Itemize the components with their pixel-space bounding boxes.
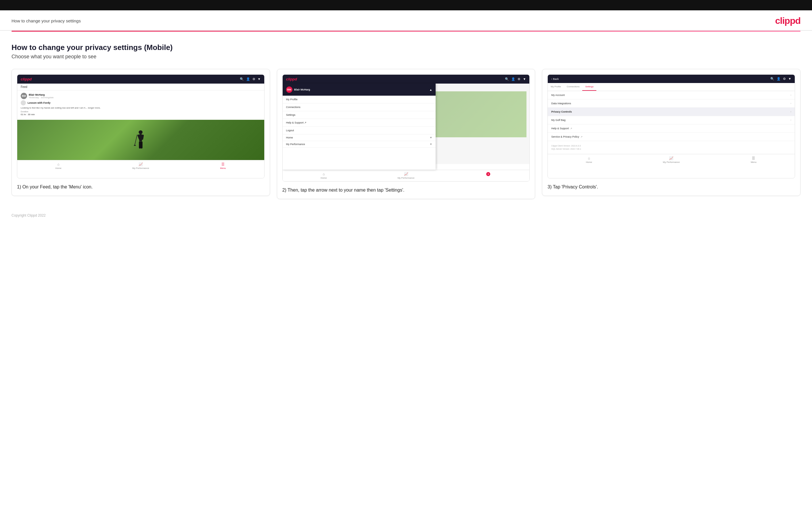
- menu-item-myprofile[interactable]: My Profile: [283, 96, 436, 103]
- settings-item-mygolfbag[interactable]: My Golf Bag ›: [548, 116, 795, 124]
- lesson-row: Lesson with Fordy: [21, 100, 261, 105]
- menu-icon: ☰: [221, 162, 224, 166]
- step3-tab-performance[interactable]: 📈 My Performance: [630, 155, 712, 164]
- step3-tab-home[interactable]: ⌂ Home: [548, 155, 630, 164]
- step3-tab-home-label: Home: [586, 161, 592, 163]
- step1-screen: clippd 🔍 👤 ⚙ ▼ Feed BM: [17, 75, 264, 178]
- step2-instruction: 2) Then, tap the arrow next to your name…: [283, 187, 530, 193]
- step2-tab-home-label: Home: [320, 177, 326, 179]
- version-info: Clippd Client Version: 2022.8.3-3 GQL Se…: [548, 141, 795, 154]
- tab-home-label: Home: [55, 167, 61, 169]
- header: How to change your privacy settings clip…: [0, 10, 812, 31]
- step1-instruction: 1) On your Feed, tap the 'Menu' icon.: [17, 183, 264, 190]
- step2-card: clippd 🔍 👤 ⚙ ▼ Feed content...: [277, 69, 536, 199]
- step1-appbar: clippd 🔍 👤 ⚙ ▼: [17, 75, 264, 83]
- svg-rect-4: [139, 141, 141, 149]
- svg-rect-7: [134, 145, 136, 146]
- copyright: Copyright Clippd 2022: [11, 213, 46, 217]
- step2-menu-panel: BM Blair McHarg ▲ My Profile Connections…: [283, 83, 436, 170]
- chevron-right-icon2: ›: [791, 102, 791, 105]
- top-bar: [0, 0, 812, 10]
- settings-icon[interactable]: ⚙: [252, 77, 255, 81]
- settings-item-myaccount[interactable]: My Account ›: [548, 91, 795, 99]
- back-button[interactable]: ‹ Back: [551, 77, 559, 80]
- search-icon3[interactable]: 🔍: [770, 77, 774, 81]
- step3-screen: ‹ Back 🔍 👤 ⚙ ▼ My Profile Conne: [548, 75, 795, 178]
- tab-performance[interactable]: 📈 My Performance: [100, 161, 182, 170]
- menu-section-home[interactable]: Home ▼: [283, 134, 436, 141]
- more-icon2[interactable]: ▼: [523, 77, 526, 81]
- step2-tab-performance-label: My Performance: [398, 177, 415, 179]
- step3-icons: 🔍 👤 ⚙ ▼: [770, 77, 791, 81]
- menu-item-helpsupport[interactable]: Help & Support ↗: [283, 119, 436, 127]
- settings-icon3[interactable]: ⚙: [783, 77, 786, 81]
- settings-tabs: My Profile Connections Settings: [548, 83, 795, 91]
- step1-tabbar: ⌂ Home 📈 My Performance ☰ Menu: [17, 160, 264, 171]
- duration-label: Duration: [21, 111, 261, 113]
- tab-connections[interactable]: Connections: [564, 83, 582, 91]
- tab-settings[interactable]: Settings: [582, 83, 596, 91]
- tab-home[interactable]: ⌂ Home: [17, 161, 100, 170]
- version-client: Clippd Client Version: 2022.8.3-3: [551, 145, 791, 148]
- tab-performance-label: My Performance: [132, 167, 149, 169]
- profile-icon3[interactable]: 👤: [777, 77, 781, 81]
- helpsupport-label: Help & Support ↗: [551, 127, 572, 130]
- settings-icon2[interactable]: ⚙: [517, 77, 520, 81]
- logo: clippd: [775, 15, 801, 26]
- menu-user-row[interactable]: BM Blair McHarg ▲: [283, 83, 436, 96]
- duration-value: 01 hr : 30 min: [21, 113, 261, 116]
- search-icon[interactable]: 🔍: [240, 77, 244, 81]
- more-icon3[interactable]: ▼: [788, 77, 791, 81]
- settings-item-serviceprivacy[interactable]: Service & Privacy Policy ↗: [548, 133, 795, 141]
- tab-menu[interactable]: ☰ Menu: [182, 161, 264, 170]
- golf-image: [17, 120, 264, 160]
- post-meta: Blair McHarg Yesterday · Sunningdale: [29, 93, 53, 99]
- menu-item-logout[interactable]: Logout: [283, 127, 436, 134]
- post-date: Yesterday · Sunningdale: [29, 96, 53, 99]
- step2-logo: clippd: [286, 77, 297, 81]
- menu-item-connections[interactable]: Connections: [283, 103, 436, 111]
- lesson-title: Lesson with Fordy: [28, 101, 51, 104]
- home-icon: ⌂: [57, 162, 59, 166]
- performance-icon3: 📈: [669, 156, 673, 160]
- step2-tab-close[interactable]: ✕: [447, 171, 529, 180]
- more-icon[interactable]: ▼: [258, 77, 261, 81]
- profile-icon2[interactable]: 👤: [511, 77, 515, 81]
- profile-icon[interactable]: 👤: [246, 77, 250, 81]
- step1-mockup: clippd 🔍 👤 ⚙ ▼ Feed BM: [17, 74, 264, 178]
- settings-item-dataintegrations[interactable]: Data Integrations ›: [548, 99, 795, 108]
- back-arrow-icon: ‹: [551, 77, 552, 80]
- menu-section-home-label: Home: [286, 136, 293, 139]
- step1-logo: clippd: [21, 77, 32, 81]
- feed-bar: Feed: [17, 83, 264, 91]
- tab-myprofile[interactable]: My Profile: [548, 83, 564, 91]
- step2-tab-performance[interactable]: 📈 My Performance: [365, 171, 447, 180]
- close-icon: ✕: [486, 172, 490, 176]
- step3-tab-menu[interactable]: ☰ Menu: [712, 155, 795, 164]
- search-icon2[interactable]: 🔍: [505, 77, 509, 81]
- menu-item-settings[interactable]: Settings: [283, 111, 436, 119]
- performance-icon: 📈: [139, 162, 143, 166]
- chevron-right-icon: ›: [791, 94, 791, 97]
- menu-section-performance[interactable]: My Performance ▼: [283, 141, 436, 148]
- menu-icon3: ☰: [752, 156, 755, 160]
- performance-icon2: 📈: [404, 172, 408, 176]
- home-icon3: ⌂: [588, 156, 590, 160]
- settings-item-helpsupport[interactable]: Help & Support ↗: [548, 124, 795, 133]
- tab-menu-label: Menu: [220, 167, 226, 169]
- chevron-right-icon3: ›: [791, 110, 791, 113]
- chevron-up-icon: ▲: [429, 88, 432, 91]
- post-name: Blair McHarg: [29, 93, 53, 96]
- step2-tab-home[interactable]: ⌂ Home: [283, 171, 365, 180]
- lesson-avatar: [21, 100, 26, 105]
- mygolfbag-label: My Golf Bag: [551, 119, 566, 121]
- cards-row: clippd 🔍 👤 ⚙ ▼ Feed BM: [11, 69, 801, 199]
- back-label: Back: [553, 77, 559, 80]
- header-title: How to change your privacy settings: [11, 18, 81, 23]
- step1-card: clippd 🔍 👤 ⚙ ▼ Feed BM: [11, 69, 270, 196]
- version-gql: GQL Server Version: 2022.7.30-1: [551, 148, 791, 151]
- svg-line-6: [135, 135, 137, 146]
- settings-item-privacycontrols[interactable]: Privacy Controls ›: [548, 108, 795, 116]
- menu-username: Blair McHarg: [294, 88, 310, 91]
- main-content: How to change your privacy settings (Mob…: [0, 32, 812, 208]
